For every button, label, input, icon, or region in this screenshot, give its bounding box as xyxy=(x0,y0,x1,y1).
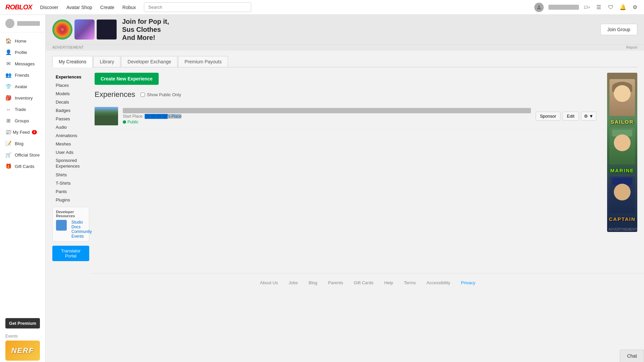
sidebar-item-official-store[interactable]: 🛒 Official Store xyxy=(0,149,45,161)
sidebar-item-profile[interactable]: 👤 Profile xyxy=(0,47,45,58)
ad-image-2 xyxy=(74,19,95,40)
topnav: ROBLOX Discover Avatar Shop Create Robux… xyxy=(0,0,644,15)
subnav-animations[interactable]: Animations xyxy=(52,131,89,140)
events-label: Events xyxy=(5,334,40,339)
experience-public-label: Public xyxy=(127,120,139,124)
roblox-logo: ROBLOX xyxy=(5,3,32,11)
tab-premium-payouts[interactable]: Premium Payouts xyxy=(178,56,228,67)
footer-about-us[interactable]: About Us xyxy=(260,280,278,285)
sidebar-nav: 🏠 Home 👤 Profile ✉ Messages 👥 Friends 👕 … xyxy=(0,33,45,315)
dev-link-events[interactable]: Events xyxy=(71,234,92,239)
subnav-badges[interactable]: Badges xyxy=(52,106,89,115)
store-icon: 🛒 xyxy=(5,152,11,158)
experiences-title: Experiences Show Public Only xyxy=(95,90,596,99)
experiences-heading: Experiences xyxy=(95,90,135,99)
subnav-passes[interactable]: Passes xyxy=(52,115,89,123)
content-left: My Creations Library Developer Exchange … xyxy=(52,56,637,261)
chat-icon[interactable]: ☰ xyxy=(595,4,602,11)
tabs: My Creations Library Developer Exchange … xyxy=(52,56,637,67)
subnav-user-ads[interactable]: User Ads xyxy=(52,148,89,157)
subnav-pants[interactable]: Pants xyxy=(52,187,89,196)
gear-dropdown-button[interactable]: ⚙ ▼ xyxy=(581,112,596,121)
tab-library[interactable]: Library xyxy=(93,56,120,67)
right-ad-report[interactable]: Report xyxy=(637,228,637,231)
subnav-audio[interactable]: Audio xyxy=(52,123,89,131)
tab-my-creations[interactable]: My Creations xyxy=(52,56,93,67)
subnav-sponsored-experiences[interactable]: Sponsored Experiences xyxy=(52,157,89,171)
svg-point-0 xyxy=(538,5,540,7)
dev-link-community[interactable]: Community xyxy=(71,229,92,234)
nav-discover[interactable]: Discover xyxy=(40,3,58,11)
ad-image-1 xyxy=(52,19,72,40)
search-input[interactable] xyxy=(144,2,251,12)
subnav-places[interactable]: Places xyxy=(52,81,89,89)
footer-terms[interactable]: Terms xyxy=(404,280,416,285)
footer: About Us Jobs Blog Parents Gift Cards He… xyxy=(91,273,644,295)
sidebar-item-blog[interactable]: 📝 Blog xyxy=(0,138,45,149)
tab-developer-exchange[interactable]: Developer Exchange xyxy=(121,56,177,67)
sidebar-item-label: Home xyxy=(15,39,26,44)
events-section: Events NERF xyxy=(0,331,45,362)
sidebar-item-myfeed[interactable]: 📰 My Feed 4 xyxy=(0,126,45,138)
dev-resources-title: Developer Resources xyxy=(56,210,86,218)
dev-icon xyxy=(56,220,67,231)
ad-char-sailor xyxy=(609,79,635,116)
sidebar-item-avatar[interactable]: 👕 Avatar xyxy=(0,81,45,92)
footer-parents[interactable]: Parents xyxy=(328,280,343,285)
subnav-shirts[interactable]: Shirts xyxy=(52,171,89,179)
subnav-plugins[interactable]: Plugins xyxy=(52,196,89,204)
create-experience-button[interactable]: Create New Experience xyxy=(95,73,159,85)
dev-link-docs[interactable]: Docs xyxy=(71,225,92,229)
myfeed-icon: 📰 xyxy=(5,129,11,135)
footer-links: About Us Jobs Blog Parents Gift Cards He… xyxy=(98,280,637,285)
translator-portal-button[interactable]: Translator Portal xyxy=(52,246,89,261)
show-public-label[interactable]: Show Public Only xyxy=(141,92,181,97)
ad-label: ADVERTISEMENT xyxy=(52,45,84,49)
join-group-button[interactable]: Join Group xyxy=(600,24,637,35)
events-banner[interactable]: NERF xyxy=(5,341,40,361)
experience-item: ████████'s Place Start Place: ████████'s… xyxy=(95,104,596,129)
footer-help[interactable]: Help xyxy=(384,280,393,285)
sidebar-item-home[interactable]: 🏠 Home xyxy=(0,35,45,47)
footer-privacy[interactable]: Privacy xyxy=(461,280,475,285)
chat-widget[interactable]: Chat xyxy=(620,350,644,362)
sidebar-item-friends[interactable]: 👥 Friends xyxy=(0,69,45,81)
subnav-models[interactable]: Models xyxy=(52,89,89,98)
sidebar-item-messages[interactable]: ✉ Messages xyxy=(0,58,45,69)
subnav-t-shirts[interactable]: T-Shirts xyxy=(52,179,89,187)
ad-images xyxy=(52,19,117,40)
nerf-logo: NERF xyxy=(11,346,34,355)
footer-gift-cards[interactable]: Gift Cards xyxy=(354,280,374,285)
sidebar-item-inventory[interactable]: 🎒 Inventory xyxy=(0,92,45,104)
trade-icon: ↔ xyxy=(5,106,11,112)
subnav-decals[interactable]: Decals xyxy=(52,98,89,106)
nav-create[interactable]: Create xyxy=(100,3,114,11)
show-public-checkbox[interactable] xyxy=(141,93,145,97)
nav-avatar-shop[interactable]: Avatar Shop xyxy=(66,3,92,11)
sponsor-button[interactable]: Sponsor xyxy=(536,112,560,121)
footer-jobs[interactable]: Jobs xyxy=(289,280,298,285)
footer-accessibility[interactable]: Accessibility xyxy=(427,280,450,285)
footer-blog[interactable]: Blog xyxy=(309,280,317,285)
experience-start-link[interactable]: ████████'s Place xyxy=(145,114,181,119)
ad-report[interactable]: Report xyxy=(626,45,637,49)
sidebar-item-groups[interactable]: ⊞ Groups xyxy=(0,115,45,126)
sidebar-item-gift-cards[interactable]: 🎁 Gift Cards xyxy=(0,161,45,172)
sidebar-item-trade[interactable]: ↔ Trade xyxy=(0,104,45,115)
topnav-links: Discover Avatar Shop Create Robux xyxy=(40,3,136,11)
subnav-experiences[interactable]: Experiences xyxy=(52,73,89,81)
settings-icon[interactable]: ⚙ xyxy=(631,4,639,11)
subnav: Experiences Places Models Decals Badges … xyxy=(52,73,89,261)
dev-link-studio[interactable]: Studio xyxy=(71,220,92,225)
thumb-top xyxy=(95,107,118,116)
ad-label-captain: CAPTAIN xyxy=(609,216,636,222)
sidebar-item-label: Gift Cards xyxy=(15,164,35,169)
edit-button[interactable]: Edit xyxy=(562,112,579,121)
nav-robux[interactable]: Robux xyxy=(122,3,136,11)
shield-icon[interactable]: 🛡 xyxy=(607,4,614,11)
right-ad: SAILOR MARINE xyxy=(607,73,637,261)
subnav-meshes[interactable]: Meshes xyxy=(52,140,89,148)
sidebar-item-label: Friends xyxy=(15,73,29,78)
get-premium-button[interactable]: Get Premium xyxy=(5,318,40,328)
notifications-icon[interactable]: 🔔 xyxy=(619,4,627,11)
